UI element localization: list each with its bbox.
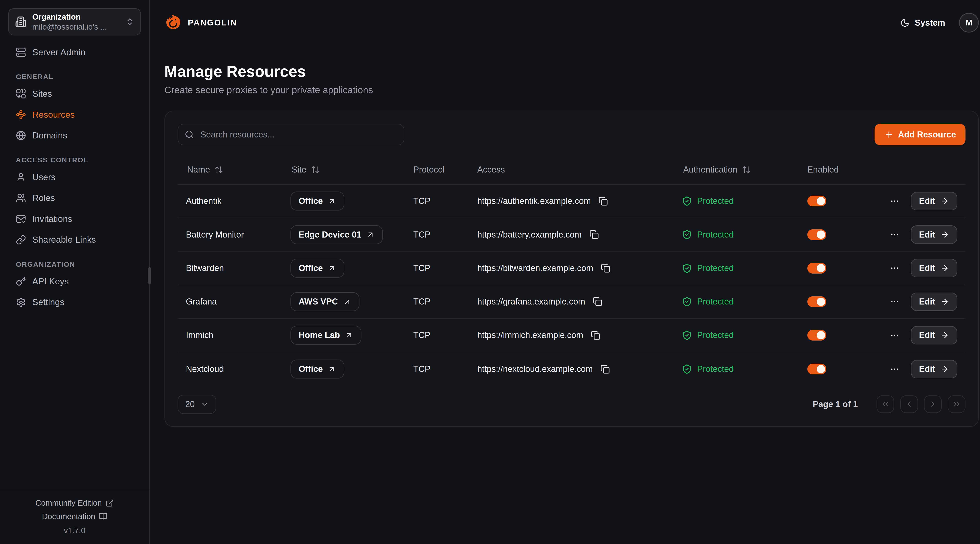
row-menu-button[interactable]	[889, 329, 900, 341]
sidebar-item-shareable-links[interactable]: Shareable Links	[8, 229, 141, 250]
toolbar: Add Resource	[178, 124, 966, 145]
page-status: Page 1 of 1	[813, 400, 858, 409]
sidebar-item-api-keys[interactable]: API Keys	[8, 271, 141, 292]
access-url: https://grafana.example.com	[477, 297, 585, 306]
sidebar-item-sites[interactable]: Sites	[8, 83, 141, 105]
resources-table: NameSiteProtocolAccessAuthenticationEnab…	[178, 155, 966, 386]
sort-name-button[interactable]: Name	[186, 165, 223, 174]
protocol-value: TCP	[414, 230, 430, 239]
copy-url-button[interactable]	[597, 195, 609, 207]
enabled-toggle[interactable]	[807, 263, 826, 274]
prev-page-button[interactable]	[900, 395, 918, 413]
protocol-value: TCP	[414, 330, 430, 340]
users-icon	[16, 193, 26, 203]
edit-button[interactable]: Edit	[911, 259, 957, 277]
access-url: https://nextcloud.example.com	[477, 364, 593, 374]
copy-url-button[interactable]	[600, 262, 611, 274]
site-name: Office	[299, 196, 323, 206]
theme-toggle[interactable]: System	[900, 18, 945, 28]
column-header-enabled: Enabled	[807, 165, 839, 174]
site-link-button[interactable]: Edge Device 01	[291, 225, 383, 244]
moon-icon	[900, 18, 910, 27]
toggle-knob	[817, 298, 825, 306]
avatar-initial: M	[966, 18, 972, 27]
row-menu-button[interactable]	[889, 228, 900, 241]
edit-button[interactable]: Edit	[911, 326, 957, 344]
row-menu-button[interactable]	[889, 363, 900, 375]
brand-name: PANGOLIN	[188, 18, 237, 27]
add-resource-button[interactable]: Add Resource	[875, 124, 966, 145]
section-heading-organization: ORGANIZATION	[8, 260, 141, 268]
row-menu-button[interactable]	[889, 195, 900, 207]
footer-link-community-edition[interactable]: Community Edition	[35, 498, 114, 508]
site-link-button[interactable]: Home Lab	[291, 326, 361, 345]
last-page-button[interactable]	[948, 395, 965, 413]
page-size-value: 20	[185, 400, 195, 409]
enabled-toggle[interactable]	[807, 364, 826, 374]
sidebar-item-domains[interactable]: Domains	[8, 125, 141, 146]
enabled-toggle[interactable]	[807, 296, 826, 307]
auth-status: Protected	[697, 297, 734, 306]
copy-url-button[interactable]	[588, 228, 600, 241]
next-page-button[interactable]	[924, 395, 942, 413]
site-link-button[interactable]: AWS VPC	[291, 292, 360, 311]
copy-icon	[598, 197, 608, 206]
org-selector[interactable]: Organization milo@fossorial.io's ...	[8, 8, 141, 35]
protocol-value: TCP	[414, 364, 430, 374]
brand-logo[interactable]: PANGOLIN	[164, 14, 237, 32]
ellipsis-icon	[890, 365, 899, 374]
ellipsis-icon	[890, 297, 899, 306]
arrow-right-icon	[940, 331, 949, 339]
resource-name: Grafana	[186, 297, 217, 306]
enabled-toggle[interactable]	[807, 196, 826, 206]
row-menu-button[interactable]	[889, 296, 900, 308]
shield-check-icon	[682, 297, 692, 307]
enabled-toggle[interactable]	[807, 229, 826, 240]
globe-icon	[16, 130, 26, 141]
sidebar-resize-handle[interactable]	[148, 267, 151, 284]
copy-url-button[interactable]	[590, 329, 601, 341]
sidebar-item-server-admin[interactable]: Server Admin	[8, 42, 141, 63]
search-input[interactable]	[178, 124, 404, 145]
copy-url-button[interactable]	[592, 296, 603, 308]
sidebar-nav: Server AdminGENERALSitesResourcesDomains…	[0, 35, 149, 490]
sidebar-item-settings[interactable]: Settings	[8, 292, 141, 313]
footer-link-documentation[interactable]: Documentation	[42, 511, 107, 522]
avatar[interactable]: M	[959, 13, 978, 33]
section-heading-general: GENERAL	[8, 73, 141, 81]
enabled-toggle[interactable]	[807, 330, 826, 341]
site-link-button[interactable]: Office	[291, 192, 344, 211]
arrow-up-right-icon	[328, 365, 336, 373]
edit-button[interactable]: Edit	[911, 225, 957, 244]
first-page-button[interactable]	[877, 395, 894, 413]
sort-site-button[interactable]: Site	[291, 165, 320, 174]
site-link-button[interactable]: Office	[291, 259, 344, 278]
page-size-select[interactable]: 20	[178, 395, 216, 414]
sidebar-item-users[interactable]: Users	[8, 167, 141, 187]
sidebar-item-roles[interactable]: Roles	[8, 187, 141, 209]
ellipsis-icon	[890, 263, 899, 273]
table-body: AuthentikOfficeTCPhttps://authentik.exam…	[178, 185, 966, 386]
resource-name: Nextcloud	[186, 364, 224, 374]
site-name: Edge Device 01	[299, 230, 361, 239]
chevrons-up-down-icon	[125, 17, 134, 26]
site-link-button[interactable]: Office	[291, 360, 344, 379]
sort-authentication-button[interactable]: Authentication	[682, 165, 751, 174]
arrow-up-right-icon	[328, 264, 336, 272]
edit-button[interactable]: Edit	[911, 192, 957, 210]
page-subtitle: Create secure proxies to your private ap…	[164, 84, 979, 95]
shield-check-icon	[682, 196, 692, 206]
edit-button[interactable]: Edit	[911, 360, 957, 378]
ellipsis-icon	[890, 197, 899, 206]
server-icon	[16, 47, 26, 57]
edit-button[interactable]: Edit	[911, 293, 957, 311]
arrow-right-icon	[940, 197, 949, 205]
sidebar-item-resources[interactable]: Resources	[8, 104, 141, 125]
page-title: Manage Resources	[164, 62, 979, 81]
key-icon	[16, 276, 26, 287]
shield-check-icon	[682, 330, 692, 340]
copy-url-button[interactable]	[599, 363, 611, 375]
sidebar-item-invitations[interactable]: Invitations	[8, 208, 141, 229]
table-row: NextcloudOfficeTCPhttps://nextcloud.exam…	[178, 352, 966, 386]
row-menu-button[interactable]	[889, 262, 900, 274]
